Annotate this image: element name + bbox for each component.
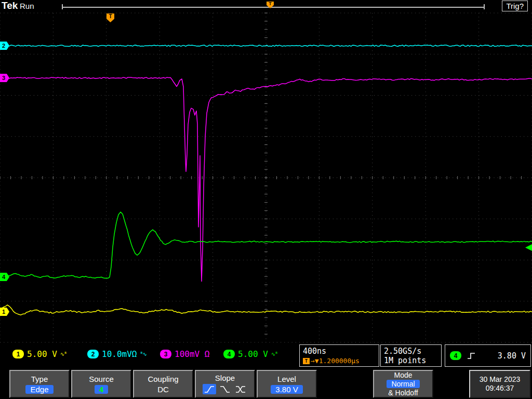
trigger-level-arrow[interactable] xyxy=(525,244,532,251)
menu-type-label: Type xyxy=(31,375,48,383)
either-slope-icon[interactable] xyxy=(234,384,247,394)
menu-button-coupling[interactable]: Coupling DC xyxy=(133,370,193,398)
trigger-source-badge: 4 xyxy=(450,351,461,360)
date-value: 30 Mar 2023 xyxy=(480,375,521,384)
menu-button-level[interactable]: Level 3.80 V xyxy=(257,370,317,398)
ch4-scale: 5.00 V xyxy=(238,349,268,359)
ch3-readout: 3 100mV Ω xyxy=(160,349,212,359)
ch4-bandwidth-icon: ∿ᴮ xyxy=(271,351,277,357)
menu-slope-label: Slope xyxy=(215,374,235,382)
ch1-bandwidth-icon: ∿ᴮ xyxy=(60,351,66,357)
ch1-readout: 1 5.00 V ∿ᴮ xyxy=(12,349,66,359)
oscilloscope-screen: Tek Run T Trig? T 2341 1 5.00 V ∿ᴮ 2 10.… xyxy=(0,0,532,399)
time-value: 09:46:37 xyxy=(486,384,514,393)
trigger-status-badge: Trig? xyxy=(502,1,528,11)
menu-coupling-value: DC xyxy=(157,385,169,394)
channel-1-trace xyxy=(0,305,532,315)
rising-edge-icon xyxy=(467,352,476,360)
menu-type-value: Edge xyxy=(25,385,53,394)
record-view-left-bracket xyxy=(62,4,63,9)
menu-button-type[interactable]: Type Edge xyxy=(9,370,70,398)
brand-logo: Tek xyxy=(2,0,18,11)
acquisition-readout: 2.50GS/s 1M points xyxy=(380,344,442,367)
trigger-position-flag[interactable]: T xyxy=(107,14,114,22)
trigger-level-value: 3.80 V xyxy=(498,351,526,361)
ch2-bandwidth-icon: ᴮ∿ xyxy=(140,351,146,357)
menu-mode-label: Mode xyxy=(394,371,412,379)
trigger-readout: 4 3.80 V xyxy=(445,344,531,367)
ch3-badge: 3 xyxy=(160,350,171,358)
menu-source-value: 4 xyxy=(95,385,108,394)
menu-bar: Type Edge Source 4 Coupling DC Slope xyxy=(0,369,532,399)
channel-3-trace xyxy=(0,77,532,282)
channel-4-position-marker[interactable]: 4 xyxy=(0,273,9,281)
channel-2-position-marker[interactable]: 2 xyxy=(0,42,9,50)
falling-slope-icon[interactable] xyxy=(218,384,232,394)
menu-level-label: Level xyxy=(277,375,296,383)
datetime-box: 30 Mar 2023 09:46:37 xyxy=(469,370,530,398)
timebase-delay: T →▼1.200000µs xyxy=(303,357,376,365)
ch1-badge: 1 xyxy=(12,350,24,358)
timebase-scale: 400ns xyxy=(303,347,376,356)
ch2-scale: 10.0mVΩ xyxy=(102,349,137,359)
record-view-line xyxy=(62,7,485,8)
sample-rate: 2.50GS/s xyxy=(384,347,438,356)
graticule xyxy=(0,0,532,399)
menu-button-slope[interactable]: Slope xyxy=(195,370,255,398)
channel-2-trace xyxy=(0,45,532,47)
trigger-t-icon: T xyxy=(303,358,310,364)
record-view-right-bracket xyxy=(484,4,485,9)
waveform-layer xyxy=(0,0,532,399)
menu-mode-extra: & Holdoff xyxy=(388,389,418,397)
ch2-badge: 2 xyxy=(87,350,99,358)
ch3-scale: 100mV Ω xyxy=(175,349,209,359)
menu-level-value: 3.80 V xyxy=(271,385,302,394)
acquisition-status: Run xyxy=(20,2,34,10)
channel-1-position-marker[interactable]: 1 xyxy=(0,308,9,316)
menu-mode-value: Normal xyxy=(387,380,419,388)
channel-3-position-marker[interactable]: 3 xyxy=(0,74,9,82)
menu-button-mode[interactable]: Mode Normal & Holdoff xyxy=(373,370,433,398)
channel-4-trace xyxy=(0,212,532,278)
record-length: 1M points xyxy=(384,356,438,365)
slope-options xyxy=(203,384,247,394)
rising-slope-icon[interactable] xyxy=(203,384,216,394)
ch1-scale: 5.00 V xyxy=(27,349,57,359)
timebase-delay-value: →▼1.200000µs xyxy=(311,357,360,365)
menu-source-label: Source xyxy=(89,375,114,383)
readout-bar: 1 5.00 V ∿ᴮ 2 10.0mVΩ ᴮ∿ 3 100mV Ω 4 5.0… xyxy=(0,344,532,369)
ch4-badge: 4 xyxy=(223,350,235,358)
timebase-readout: 400ns T →▼1.200000µs xyxy=(299,344,379,367)
menu-coupling-label: Coupling xyxy=(148,375,178,383)
ch2-readout: 2 10.0mVΩ ᴮ∿ xyxy=(87,349,147,359)
ch4-readout: 4 5.00 V ∿ᴮ xyxy=(223,349,277,359)
menu-button-source[interactable]: Source 4 xyxy=(71,370,131,398)
